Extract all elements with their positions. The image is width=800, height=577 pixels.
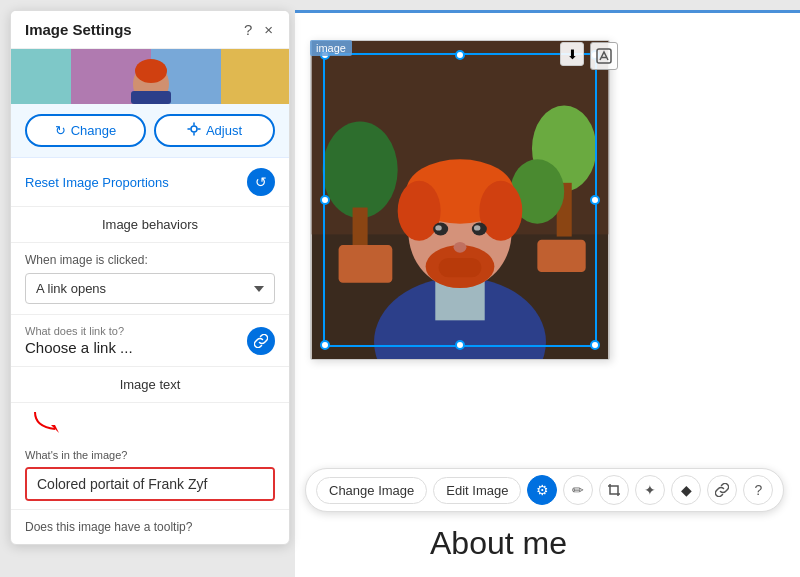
page-top-border — [295, 10, 800, 13]
svg-point-30 — [135, 59, 167, 83]
svg-point-3 — [322, 122, 397, 219]
adjust-icon — [187, 122, 201, 139]
whats-in-section: What's in the image? — [11, 441, 289, 510]
crop-icon-button[interactable] — [599, 475, 629, 505]
whats-in-label: What's in the image? — [25, 449, 275, 461]
svg-rect-28 — [221, 49, 289, 104]
svg-point-22 — [454, 242, 467, 253]
svg-rect-8 — [339, 245, 393, 283]
link-icon-button-panel[interactable] — [247, 327, 275, 355]
whats-in-input-wrapper — [25, 467, 275, 501]
panel-title: Image Settings — [25, 21, 132, 38]
link-value[interactable]: Choose a link ... — [25, 339, 247, 356]
panel-buttons-row: ↻ Change Adjust — [11, 104, 289, 158]
settings-icon-button[interactable]: ⚙ — [527, 475, 557, 505]
link-sublabel: What does it link to? — [25, 325, 247, 337]
svg-rect-25 — [11, 49, 71, 104]
image-label: image — [310, 40, 352, 56]
reset-label[interactable]: Reset Image Proportions — [25, 175, 169, 190]
when-clicked-label: When image is clicked: — [25, 253, 275, 267]
panel-header: Image Settings ? × — [11, 11, 289, 49]
image-frame[interactable] — [310, 40, 610, 360]
about-me-text: About me — [430, 525, 567, 562]
svg-point-21 — [474, 225, 480, 230]
help-panel-icon[interactable]: ? — [242, 21, 254, 38]
svg-rect-23 — [439, 258, 482, 277]
image-text-section: Image text — [11, 367, 289, 403]
help-icon-button[interactable]: ? — [743, 475, 773, 505]
close-panel-icon[interactable]: × — [262, 21, 275, 38]
svg-point-20 — [435, 225, 441, 230]
wand-icon-button[interactable]: ✦ — [635, 475, 665, 505]
when-clicked-section: When image is clicked: A link opens Noth… — [11, 243, 289, 315]
change-button[interactable]: ↻ Change — [25, 114, 146, 147]
panel-header-icons: ? × — [242, 21, 275, 38]
link-section: What does it link to? Choose a link ... — [11, 315, 289, 367]
tooltip-section: Does this image have a tooltip? — [11, 510, 289, 544]
download-icon[interactable]: ⬇ — [560, 42, 584, 66]
change-label: Change — [71, 123, 117, 138]
bottom-toolbar: Change Image Edit Image ⚙ ✏ ✦ ◆ ? — [305, 468, 784, 512]
click-behavior-select[interactable]: A link opens Nothing Zoom in Full screen — [25, 273, 275, 304]
change-image-button[interactable]: Change Image — [316, 477, 427, 504]
svg-rect-31 — [131, 91, 171, 104]
pencil-icon-button[interactable]: ✏ — [563, 475, 593, 505]
image-behaviors-section: Image behaviors — [11, 207, 289, 243]
arrow-container — [11, 403, 289, 441]
edit-corner-icon[interactable] — [590, 42, 618, 70]
tag-icon-button[interactable]: ◆ — [671, 475, 701, 505]
reset-button[interactable]: ↺ — [247, 168, 275, 196]
image-preview-strip — [11, 49, 289, 104]
change-icon: ↻ — [55, 123, 66, 138]
tooltip-label: Does this image have a tooltip? — [25, 520, 275, 534]
adjust-label: Adjust — [206, 123, 242, 138]
svg-rect-9 — [537, 240, 585, 272]
whats-in-input[interactable] — [27, 469, 273, 499]
link-icon-button[interactable] — [707, 475, 737, 505]
reset-section: Reset Image Proportions ↺ — [11, 158, 289, 207]
link-left: What does it link to? Choose a link ... — [25, 325, 247, 356]
edit-image-button[interactable]: Edit Image — [433, 477, 521, 504]
adjust-button[interactable]: Adjust — [154, 114, 275, 147]
settings-panel: Image Settings ? × ↻ Change — [10, 10, 290, 545]
svg-point-32 — [191, 126, 197, 132]
